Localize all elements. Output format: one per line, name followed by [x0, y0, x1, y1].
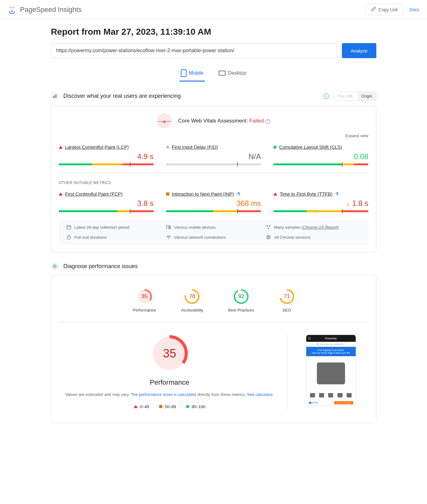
help-icon[interactable]: ?	[265, 119, 270, 124]
metric-fid: First Input Delay (FID) N/A	[166, 144, 261, 165]
see-calc-link[interactable]: See calculator	[247, 392, 273, 397]
perf-left: 35 Performance Values are estimated and …	[65, 335, 287, 409]
main-container: Report from Mar 27, 2023, 11:39:10 AM An…	[26, 19, 401, 441]
link-icon	[371, 7, 376, 12]
metric-fid-header: First Input Delay (FID)	[166, 144, 261, 150]
bar-marker	[130, 209, 130, 213]
pagespeed-logo-icon	[8, 5, 16, 14]
metric-fid-bar	[166, 163, 261, 165]
bar-ni	[118, 210, 130, 212]
analyze-button[interactable]: Analyze	[342, 43, 376, 58]
score-accessibility[interactable]: 78 Accessibility	[181, 289, 203, 312]
experimental-icon: ⚗	[335, 192, 339, 197]
toggle-this-url[interactable]: This URL	[333, 92, 358, 100]
bar-ni	[307, 210, 342, 212]
tab-mobile[interactable]: Mobile	[180, 66, 205, 82]
device-tabs: Mobile Desktop	[51, 66, 376, 82]
metric-lcp-name[interactable]: Largest Contentful Paint (LCP)	[65, 144, 129, 150]
metric-lcp-header: Largest Contentful Paint (LCP)	[59, 144, 154, 150]
bar-marker	[237, 162, 238, 167]
header-right: Copy Link Docs	[366, 4, 419, 15]
mobile-icon	[181, 69, 186, 77]
score-num: 35	[141, 293, 147, 300]
bar-ni	[213, 210, 237, 212]
metric-cls-bar	[273, 163, 368, 165]
svg-point-17	[267, 236, 269, 238]
header-controls: i This URL Origin	[323, 92, 376, 101]
preview-footer: ⬤coFlow Leave a message	[306, 400, 356, 406]
crux-link[interactable]: Chrome UX Report	[303, 225, 338, 230]
section-header-left: Diagnose performance issues	[51, 262, 138, 270]
app-title: PageSpeed Insights	[20, 6, 82, 14]
expand-view-link[interactable]: Expand view	[59, 133, 369, 138]
lab-section-title: Diagnose performance issues	[64, 263, 138, 270]
info-versions: All Chrome versions	[266, 235, 361, 240]
svg-point-16	[267, 235, 270, 239]
bar-marker	[342, 162, 343, 167]
cwv-badge-icon: —▴—	[157, 113, 172, 128]
score-best-practices[interactable]: 92 Best Practices	[228, 289, 254, 312]
perf-calc-link[interactable]: performance score is calculated	[139, 392, 196, 397]
score-performance[interactable]: 35 Performance	[133, 289, 156, 312]
info-durations-text: Full visit durations	[74, 235, 107, 240]
score-seo[interactable]: 71 SEO	[279, 289, 294, 312]
score-label: SEO	[279, 308, 294, 312]
score-num: 71	[284, 293, 290, 300]
bar-marker	[130, 162, 130, 167]
other-metrics-title: OTHER NOTABLE METRICS	[59, 181, 369, 185]
perf-big-num: 35	[163, 347, 176, 360]
metric-fcp-name[interactable]: First Contentful Paint (FCP)	[65, 191, 123, 197]
perf-title: Performance	[65, 378, 274, 387]
bar-marker	[237, 209, 238, 213]
triangle-icon	[134, 405, 138, 408]
metric-fid-name[interactable]: First Input Delay (FID)	[172, 144, 218, 150]
metric-inp-name[interactable]: Interaction to Next Paint (INP)	[172, 191, 234, 197]
legend-mid: 50–89	[159, 404, 176, 409]
divider	[59, 173, 369, 173]
section-header-left: Discover what your real users are experi…	[51, 92, 181, 100]
svg-point-12	[67, 236, 70, 239]
field-section-title: Discover what your real users are experi…	[64, 93, 181, 99]
hamburger-icon: ☰	[308, 337, 311, 340]
metric-ttfb-bar	[273, 210, 368, 212]
thumb	[328, 393, 333, 397]
thumb	[319, 393, 324, 397]
metric-cls-value: 0.08	[273, 152, 368, 161]
svg-point-19	[54, 266, 55, 267]
metric-lcp-bar	[59, 163, 154, 165]
bar-ni	[342, 163, 354, 165]
circle-icon	[186, 405, 189, 408]
bar-good	[273, 210, 307, 212]
metric-fcp-header: First Contentful Paint (FCP)	[59, 191, 154, 197]
tab-desktop[interactable]: Desktop	[217, 66, 248, 82]
bar-poor	[130, 210, 154, 212]
score-circle: 35	[137, 289, 152, 304]
copy-link-button[interactable]: Copy Link	[366, 4, 403, 15]
toggle-origin[interactable]: Origin	[358, 92, 376, 100]
metric-fcp-value: 3.8 s	[59, 199, 154, 208]
legend-high: 90–100	[186, 404, 205, 409]
svg-point-15	[168, 238, 169, 238]
bar-good	[59, 163, 92, 165]
field-section-header: Discover what your real users are experi…	[51, 92, 376, 101]
preview-banner: Free shipping on all orders! Visit Our P…	[306, 347, 356, 356]
info-icon[interactable]: i	[323, 93, 329, 99]
thumb	[310, 393, 315, 397]
thumb	[347, 393, 352, 397]
experimental-icon: ⚗	[236, 192, 241, 197]
metric-cls-name[interactable]: Cumulative Layout Shift (CLS)	[279, 144, 342, 150]
info-devices-text: Various mobile devices	[174, 225, 216, 230]
metric-ttfb: Time to First Byte (TTFB) ⚗ ⚠ 1.8 s	[273, 191, 368, 212]
tab-desktop-label: Desktop	[228, 70, 247, 76]
metric-ttfb-name[interactable]: Time to First Byte (TTFB)	[280, 191, 333, 197]
score-circle: 92	[234, 289, 249, 304]
field-data-icon	[51, 92, 58, 100]
legend-low: 0–49	[134, 404, 149, 409]
info-durations: Full visit durations	[66, 235, 161, 240]
lab-section-header: Diagnose performance issues	[51, 262, 376, 270]
header-left: PageSpeed Insights	[8, 5, 82, 14]
docs-link[interactable]: Docs	[409, 7, 419, 12]
url-input[interactable]	[51, 43, 337, 58]
bar-good	[59, 210, 118, 212]
lab-data-icon	[51, 262, 58, 270]
